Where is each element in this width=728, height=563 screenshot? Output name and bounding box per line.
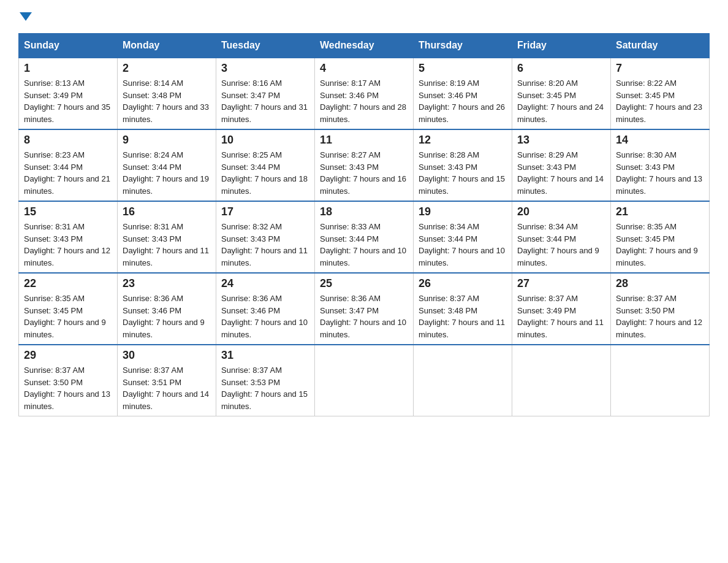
day-number: 13: [517, 134, 605, 147]
calendar-cell: 14Sunrise: 8:30 AMSunset: 3:43 PMDayligh…: [611, 129, 710, 201]
day-number: 8: [24, 134, 112, 147]
calendar-week-row: 29Sunrise: 8:37 AMSunset: 3:50 PMDayligh…: [19, 345, 710, 416]
calendar-cell: 17Sunrise: 8:32 AMSunset: 3:43 PMDayligh…: [216, 201, 315, 273]
calendar-body: 1Sunrise: 8:13 AMSunset: 3:49 PMDaylight…: [19, 58, 710, 416]
calendar-table: SundayMondayTuesdayWednesdayThursdayFrid…: [18, 33, 710, 416]
day-info: Sunrise: 8:30 AMSunset: 3:43 PMDaylight:…: [616, 149, 704, 197]
calendar-cell: 3Sunrise: 8:16 AMSunset: 3:47 PMDaylight…: [216, 58, 315, 129]
calendar-cell: 1Sunrise: 8:13 AMSunset: 3:49 PMDaylight…: [19, 58, 118, 129]
calendar-cell: 26Sunrise: 8:37 AMSunset: 3:48 PMDayligh…: [414, 273, 512, 345]
day-info: Sunrise: 8:28 AMSunset: 3:43 PMDaylight:…: [419, 149, 507, 197]
calendar-header: SundayMondayTuesdayWednesdayThursdayFrid…: [19, 34, 710, 58]
day-number: 28: [616, 277, 704, 290]
day-number: 23: [123, 277, 211, 290]
day-number: 10: [221, 134, 309, 147]
calendar-cell: 2Sunrise: 8:14 AMSunset: 3:48 PMDaylight…: [118, 58, 216, 129]
day-info: Sunrise: 8:20 AMSunset: 3:45 PMDaylight:…: [517, 77, 605, 125]
day-number: 21: [616, 205, 704, 218]
column-header-tuesday: Tuesday: [216, 34, 315, 58]
calendar-cell: [315, 345, 414, 416]
day-number: 4: [320, 62, 408, 75]
day-info: Sunrise: 8:24 AMSunset: 3:44 PMDaylight:…: [123, 149, 211, 197]
calendar-cell: 21Sunrise: 8:35 AMSunset: 3:45 PMDayligh…: [611, 201, 710, 273]
logo-triangle-icon: [20, 12, 32, 21]
day-info: Sunrise: 8:36 AMSunset: 3:46 PMDaylight:…: [123, 293, 211, 340]
day-info: Sunrise: 8:27 AMSunset: 3:43 PMDaylight:…: [320, 149, 408, 197]
day-number: 15: [24, 205, 112, 218]
calendar-cell: 6Sunrise: 8:20 AMSunset: 3:45 PMDaylight…: [512, 58, 611, 129]
day-info: Sunrise: 8:16 AMSunset: 3:47 PMDaylight:…: [221, 77, 309, 125]
column-header-saturday: Saturday: [611, 34, 710, 58]
day-info: Sunrise: 8:36 AMSunset: 3:47 PMDaylight:…: [320, 293, 408, 340]
calendar-cell: 18Sunrise: 8:33 AMSunset: 3:44 PMDayligh…: [315, 201, 414, 273]
day-number: 1: [24, 62, 112, 75]
calendar-week-row: 8Sunrise: 8:23 AMSunset: 3:44 PMDaylight…: [19, 129, 710, 201]
day-info: Sunrise: 8:37 AMSunset: 3:50 PMDaylight:…: [24, 364, 112, 412]
calendar-cell: 22Sunrise: 8:35 AMSunset: 3:45 PMDayligh…: [19, 273, 118, 345]
day-info: Sunrise: 8:14 AMSunset: 3:48 PMDaylight:…: [123, 77, 211, 125]
day-number: 19: [419, 205, 507, 218]
day-info: Sunrise: 8:37 AMSunset: 3:51 PMDaylight:…: [123, 364, 211, 412]
day-info: Sunrise: 8:37 AMSunset: 3:48 PMDaylight:…: [419, 293, 507, 340]
calendar-cell: 16Sunrise: 8:31 AMSunset: 3:43 PMDayligh…: [118, 201, 216, 273]
day-info: Sunrise: 8:34 AMSunset: 3:44 PMDaylight:…: [419, 221, 507, 269]
day-info: Sunrise: 8:17 AMSunset: 3:46 PMDaylight:…: [320, 77, 408, 125]
day-number: 14: [616, 134, 704, 147]
day-number: 6: [517, 62, 605, 75]
calendar-cell: 31Sunrise: 8:37 AMSunset: 3:53 PMDayligh…: [216, 345, 315, 416]
calendar-cell: [414, 345, 512, 416]
day-info: Sunrise: 8:37 AMSunset: 3:50 PMDaylight:…: [616, 293, 704, 340]
calendar-cell: 12Sunrise: 8:28 AMSunset: 3:43 PMDayligh…: [414, 129, 512, 201]
header-row: SundayMondayTuesdayWednesdayThursdayFrid…: [19, 34, 710, 58]
day-number: 5: [419, 62, 507, 75]
column-header-sunday: Sunday: [19, 34, 118, 58]
day-info: Sunrise: 8:34 AMSunset: 3:44 PMDaylight:…: [517, 221, 605, 269]
calendar-cell: 13Sunrise: 8:29 AMSunset: 3:43 PMDayligh…: [512, 129, 611, 201]
calendar-cell: 15Sunrise: 8:31 AMSunset: 3:43 PMDayligh…: [19, 201, 118, 273]
calendar-cell: 20Sunrise: 8:34 AMSunset: 3:44 PMDayligh…: [512, 201, 611, 273]
day-number: 27: [517, 277, 605, 290]
calendar-cell: [611, 345, 710, 416]
day-number: 17: [221, 205, 309, 218]
calendar-cell: 5Sunrise: 8:19 AMSunset: 3:46 PMDaylight…: [414, 58, 512, 129]
column-header-thursday: Thursday: [414, 34, 512, 58]
day-number: 9: [123, 134, 211, 147]
day-number: 7: [616, 62, 704, 75]
calendar-cell: 23Sunrise: 8:36 AMSunset: 3:46 PMDayligh…: [118, 273, 216, 345]
day-number: 18: [320, 205, 408, 218]
day-info: Sunrise: 8:37 AMSunset: 3:53 PMDaylight:…: [221, 364, 309, 412]
logo: [18, 12, 32, 21]
day-number: 3: [221, 62, 309, 75]
calendar-cell: 24Sunrise: 8:36 AMSunset: 3:46 PMDayligh…: [216, 273, 315, 345]
calendar-week-row: 22Sunrise: 8:35 AMSunset: 3:45 PMDayligh…: [19, 273, 710, 345]
calendar-cell: 11Sunrise: 8:27 AMSunset: 3:43 PMDayligh…: [315, 129, 414, 201]
calendar-cell: 4Sunrise: 8:17 AMSunset: 3:46 PMDaylight…: [315, 58, 414, 129]
day-number: 20: [517, 205, 605, 218]
day-info: Sunrise: 8:23 AMSunset: 3:44 PMDaylight:…: [24, 149, 112, 197]
day-number: 29: [24, 349, 112, 362]
calendar-cell: 10Sunrise: 8:25 AMSunset: 3:44 PMDayligh…: [216, 129, 315, 201]
day-info: Sunrise: 8:35 AMSunset: 3:45 PMDaylight:…: [616, 221, 704, 269]
day-info: Sunrise: 8:36 AMSunset: 3:46 PMDaylight:…: [221, 293, 309, 340]
day-number: 12: [419, 134, 507, 147]
day-info: Sunrise: 8:35 AMSunset: 3:45 PMDaylight:…: [24, 293, 112, 340]
calendar-cell: 7Sunrise: 8:22 AMSunset: 3:45 PMDaylight…: [611, 58, 710, 129]
column-header-wednesday: Wednesday: [315, 34, 414, 58]
calendar-cell: [512, 345, 611, 416]
column-header-monday: Monday: [118, 34, 216, 58]
calendar-cell: 30Sunrise: 8:37 AMSunset: 3:51 PMDayligh…: [118, 345, 216, 416]
day-info: Sunrise: 8:31 AMSunset: 3:43 PMDaylight:…: [24, 221, 112, 269]
calendar-cell: 8Sunrise: 8:23 AMSunset: 3:44 PMDaylight…: [19, 129, 118, 201]
day-info: Sunrise: 8:29 AMSunset: 3:43 PMDaylight:…: [517, 149, 605, 197]
day-info: Sunrise: 8:22 AMSunset: 3:45 PMDaylight:…: [616, 77, 704, 125]
calendar-cell: 28Sunrise: 8:37 AMSunset: 3:50 PMDayligh…: [611, 273, 710, 345]
calendar-week-row: 15Sunrise: 8:31 AMSunset: 3:43 PMDayligh…: [19, 201, 710, 273]
day-info: Sunrise: 8:13 AMSunset: 3:49 PMDaylight:…: [24, 77, 112, 125]
day-info: Sunrise: 8:19 AMSunset: 3:46 PMDaylight:…: [419, 77, 507, 125]
day-number: 16: [123, 205, 211, 218]
column-header-friday: Friday: [512, 34, 611, 58]
calendar-cell: 19Sunrise: 8:34 AMSunset: 3:44 PMDayligh…: [414, 201, 512, 273]
day-info: Sunrise: 8:32 AMSunset: 3:43 PMDaylight:…: [221, 221, 309, 269]
day-info: Sunrise: 8:31 AMSunset: 3:43 PMDaylight:…: [123, 221, 211, 269]
calendar-week-row: 1Sunrise: 8:13 AMSunset: 3:49 PMDaylight…: [19, 58, 710, 129]
